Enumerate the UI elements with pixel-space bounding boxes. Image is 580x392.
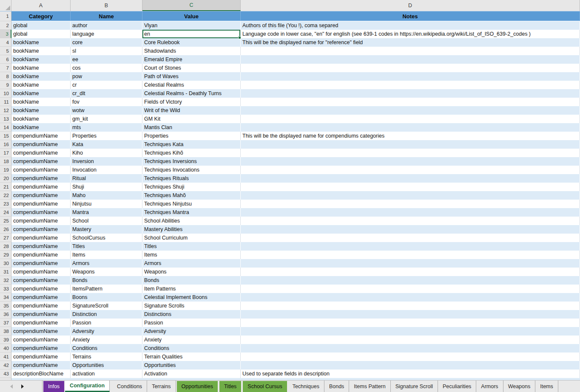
cell-name[interactable]: SchoolCursus <box>71 234 142 242</box>
cell-name[interactable]: Anxiety <box>71 336 142 344</box>
cell-notes[interactable] <box>241 166 580 174</box>
cell-name[interactable]: Distinction <box>71 310 142 319</box>
row-number[interactable]: 11 <box>0 98 11 106</box>
cell-name[interactable]: ee <box>71 55 142 64</box>
row-number[interactable]: 40 <box>0 344 11 353</box>
row-number[interactable]: 30 <box>0 259 11 268</box>
row-number[interactable]: 38 <box>0 327 11 336</box>
cell-notes[interactable] <box>241 302 580 310</box>
row-number[interactable]: 5 <box>0 47 11 55</box>
cell-notes[interactable]: This will be the displayed name for comp… <box>241 132 580 140</box>
cell-notes[interactable] <box>241 259 580 268</box>
row-number[interactable]: 39 <box>0 336 11 344</box>
sheet-tab-conditions[interactable]: Conditions <box>112 381 147 392</box>
cell-name[interactable]: Items <box>71 251 142 259</box>
header-cell-notes[interactable]: Notes <box>241 11 580 21</box>
cell-name[interactable]: Armors <box>71 259 142 268</box>
row-number[interactable]: 2 <box>0 21 11 30</box>
row-number[interactable]: 8 <box>0 72 11 81</box>
cell-value[interactable]: Path of Waves <box>142 72 241 81</box>
cell-category[interactable]: bookName <box>11 55 71 64</box>
cell-notes[interactable] <box>241 310 580 319</box>
cell-name[interactable]: wotw <box>71 106 142 115</box>
sheet-tab-bonds[interactable]: Bonds <box>324 381 349 392</box>
column-header-a[interactable]: A <box>11 0 71 11</box>
cell-notes[interactable] <box>241 353 580 361</box>
header-cell-value[interactable]: Value <box>142 11 241 21</box>
cell-notes[interactable] <box>241 140 580 149</box>
cell-notes[interactable] <box>241 344 580 353</box>
cell-name[interactable]: Boons <box>71 293 142 302</box>
column-header-b[interactable]: B <box>71 0 142 11</box>
cell-value[interactable]: Opportunities <box>142 361 241 369</box>
sheet-tab-peculiarities[interactable]: Peculiarities <box>438 381 476 392</box>
cell-notes[interactable] <box>241 200 580 208</box>
cell-value[interactable]: Techniques Kata <box>142 140 241 149</box>
cell-category[interactable]: compendiumName <box>11 208 71 217</box>
cell-category[interactable]: bookName <box>11 89 71 98</box>
row-number[interactable]: 36 <box>0 310 11 319</box>
cell-notes[interactable] <box>241 319 580 327</box>
sheet-tab-opportunities[interactable]: Opportunities <box>177 381 218 392</box>
cell-category[interactable]: compendiumName <box>11 327 71 336</box>
cell-value[interactable]: Techniques Inversions <box>142 157 241 166</box>
row-number[interactable]: 26 <box>0 225 11 234</box>
cell-category[interactable]: global <box>11 21 71 30</box>
row-number[interactable]: 13 <box>0 115 11 123</box>
row-number[interactable]: 37 <box>0 319 11 327</box>
cell-value[interactable]: Signature Scrolls <box>142 302 241 310</box>
cell-notes[interactable]: Language code in lower case, "en" for en… <box>241 30 580 38</box>
cell-name[interactable]: language <box>71 30 142 38</box>
cell-name[interactable]: Adversity <box>71 327 142 336</box>
sheet-tab-items-pattern[interactable]: Items Pattern <box>349 381 390 392</box>
cell-value[interactable]: School Curriculum <box>142 234 241 242</box>
cell-name[interactable]: core <box>71 38 142 47</box>
cell-value[interactable]: Mastery Abilities <box>142 225 241 234</box>
row-number[interactable]: 28 <box>0 242 11 251</box>
row-number[interactable]: 15 <box>0 132 11 140</box>
row-number[interactable]: 19 <box>0 166 11 174</box>
cell-value[interactable]: Vlyan <box>142 21 241 30</box>
cell-category[interactable]: compendiumName <box>11 302 71 310</box>
row-number[interactable]: 22 <box>0 191 11 200</box>
cell-category[interactable]: compendiumName <box>11 242 71 251</box>
row-number[interactable]: 31 <box>0 268 11 276</box>
cell-notes[interactable] <box>241 72 580 81</box>
cell-category[interactable]: compendiumName <box>11 200 71 208</box>
cell-name[interactable]: Weapons <box>71 268 142 276</box>
cell-category[interactable]: compendiumName <box>11 319 71 327</box>
cell-name[interactable]: SignatureScroll <box>71 302 142 310</box>
sheet-tab-configuration[interactable]: Configuration <box>65 381 110 392</box>
cell-notes[interactable] <box>241 285 580 293</box>
cell-value[interactable]: Passion <box>142 319 241 327</box>
cell-notes[interactable] <box>241 123 580 132</box>
cell-category[interactable]: compendiumName <box>11 310 71 319</box>
cell-category[interactable]: bookName <box>11 115 71 123</box>
cell-category[interactable]: compendiumName <box>11 140 71 149</box>
cell-notes[interactable] <box>241 174 580 183</box>
cell-notes[interactable] <box>241 276 580 285</box>
row-number[interactable]: 4 <box>0 38 11 47</box>
cell-value[interactable]: School Abilities <box>142 217 241 225</box>
active-cell[interactable]: en <box>142 30 241 38</box>
cell-category[interactable]: compendiumName <box>11 217 71 225</box>
cell-category[interactable]: descriptionBlocName <box>11 369 71 378</box>
cell-notes[interactable] <box>241 183 580 191</box>
cell-value[interactable]: Fields of Victory <box>142 98 241 106</box>
cell-value[interactable]: Properties <box>142 132 241 140</box>
cell-category[interactable]: compendiumName <box>11 285 71 293</box>
cell-name[interactable]: Opportunities <box>71 361 142 369</box>
cell-value[interactable]: Celestial Realms - Deathly Turns <box>142 89 241 98</box>
row-number[interactable]: 9 <box>0 81 11 89</box>
cell-value[interactable]: Armors <box>142 259 241 268</box>
cell-name[interactable]: Titles <box>71 242 142 251</box>
sheet-tab-school-cursus[interactable]: School Cursus <box>243 381 287 392</box>
cell-notes[interactable] <box>241 106 580 115</box>
cell-name[interactable]: ItemsPattern <box>71 285 142 293</box>
cell-notes[interactable] <box>241 81 580 89</box>
cell-notes[interactable] <box>241 361 580 369</box>
cell-category[interactable]: compendiumName <box>11 132 71 140</box>
cell-notes[interactable] <box>241 234 580 242</box>
cell-notes[interactable] <box>241 149 580 157</box>
cell-notes[interactable] <box>241 327 580 336</box>
